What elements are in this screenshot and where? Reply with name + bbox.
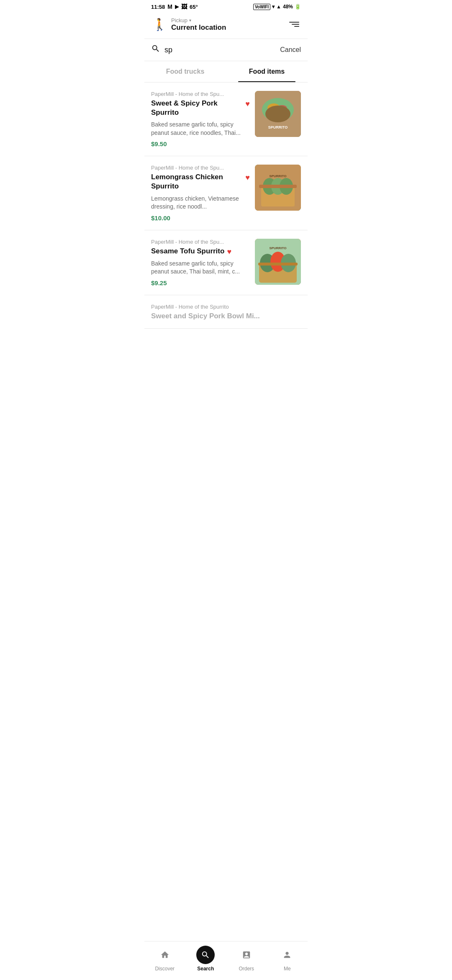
status-temp: 65° [190,4,198,10]
food-info-4: PaperMill - Home of the Spurrito Sweet a… [151,304,301,324]
filter-line-1 [289,22,299,23]
list-item[interactable]: PaperMill - Home of the Spu... Lemongras… [144,156,308,230]
svg-text:SPURRITO: SPURRITO [269,246,286,250]
status-youtube-icon: ▶ [175,4,179,10]
heart-icon-3[interactable]: ♥ [227,248,231,256]
walker-icon: 🚶 [153,16,166,33]
food-source-2: PaperMill - Home of the Spu... [151,165,250,171]
filter-button[interactable] [289,22,299,27]
food-info-2: PaperMill - Home of the Spu... Lemongras… [151,165,250,221]
food-source-1: PaperMill - Home of the Spu... [151,91,250,97]
status-wifi-icon: ▾ [272,4,275,10]
food-name-3: Sesame Tofu Spurrito [151,247,224,256]
filter-line-2 [292,24,299,25]
tabs: Food trucks Food items [144,61,308,83]
svg-text:SPURRITO: SPURRITO [268,125,288,129]
status-signal-icon: ▲ [276,4,281,10]
cancel-button[interactable]: Cancel [280,46,301,54]
food-desc-1: Baked sesame garlic tofu, spicy peanut s… [151,121,250,137]
food-name-1: Sweet & Spicy Pork Spurrito [151,99,243,117]
heart-icon-1[interactable]: ♥ [245,100,250,108]
food-desc-2: Lemongrass chicken, Vietnamese dressing,… [151,195,250,211]
svg-rect-11 [259,185,297,188]
svg-text:SPURRITO: SPURRITO [269,174,286,178]
tab-food-items[interactable]: Food items [226,61,308,82]
food-source-4: PaperMill - Home of the Spurrito [151,304,301,310]
status-vowifi: VoWIFI [253,4,270,10]
pickup-location: Current location [171,23,226,32]
list-item[interactable]: PaperMill - Home of the Spu... Sesame To… [144,230,308,295]
food-image-1: SPURRITO [255,91,301,137]
status-gmail-icon: M [167,3,172,10]
pickup-label-text: Pickup [171,17,187,23]
status-battery-icon: 🔋 [295,4,301,10]
food-price-2: $10.00 [151,214,250,222]
search-icon [151,44,160,56]
food-image-3: SPURRITO [255,239,301,285]
filter-line-3 [294,26,299,27]
food-name-4: Sweet and Spicy Pork Bowl Mi... [151,312,260,321]
status-battery: 48% [283,4,293,10]
food-info-1: PaperMill - Home of the Spu... Sweet & S… [151,91,250,147]
status-bar: 11:58 M ▶ 🖼 65° VoWIFI ▾ ▲ 48% 🔋 [144,0,308,12]
food-image-placeholder-1: SPURRITO [255,91,301,137]
status-time: 11:58 [151,4,165,10]
food-image-2: SPURRITO [255,165,301,211]
food-items-list: PaperMill - Home of the Spu... Sweet & S… [144,83,308,371]
svg-rect-18 [258,263,298,266]
food-name-2: Lemongrass Chicken Spurrito [151,173,243,191]
search-bar: Cancel [144,39,308,61]
tab-food-trucks[interactable]: Food trucks [144,61,226,82]
search-input[interactable] [164,46,276,54]
food-price-3: $9.25 [151,279,250,286]
food-price-1: $9.50 [151,140,250,147]
food-image-placeholder-3: SPURRITO [255,239,301,285]
food-source-3: PaperMill - Home of the Spu... [151,239,250,245]
pickup-chevron-icon: ▾ [189,18,191,23]
food-desc-3: Baked sesame garlic tofu, spicy peanut s… [151,260,250,276]
status-photos-icon: 🖼 [181,3,187,10]
list-item[interactable]: PaperMill - Home of the Spurrito Sweet a… [144,295,308,329]
heart-icon-2[interactable]: ♥ [245,173,250,182]
pickup-info: Pickup ▾ Current location [171,17,226,32]
svg-point-4 [265,106,290,122]
list-item[interactable]: PaperMill - Home of the Spu... Sweet & S… [144,83,308,156]
food-info-3: PaperMill - Home of the Spu... Sesame To… [151,239,250,286]
food-image-placeholder-2: SPURRITO [255,165,301,211]
header: 🚶 Pickup ▾ Current location [144,12,308,39]
